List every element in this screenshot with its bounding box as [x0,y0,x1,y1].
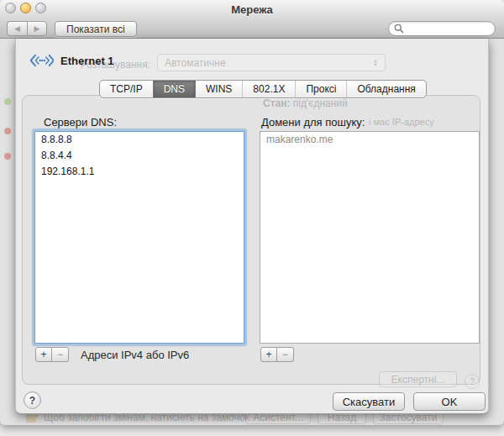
search-domains-list[interactable]: makarenko.me [260,131,480,344]
show-all-button[interactable]: Показати всі [55,21,137,37]
window-title: Мережа [0,3,504,16]
search-input[interactable] [407,24,490,34]
search-icon [394,24,404,34]
connection-header: Ethernet 1 [29,52,114,69]
window-chrome: Мережа ◀ ▶ Показати всі [0,0,504,39]
tab-wins[interactable]: WINS [195,81,242,97]
service-status-dot-green [4,98,11,105]
help-button[interactable]: ? [24,391,41,409]
advanced-settings-sheet: Розташування: Автоматичне ▲▼ Стан: під'є… [15,39,489,414]
dns-server-item[interactable]: 8.8.4.4 [35,148,244,164]
dns-server-item[interactable]: 8.8.8.8 [35,132,244,148]
tab-proxies[interactable]: Проксі [295,81,346,97]
tab-8021x[interactable]: 802.1X [242,81,295,97]
tab-dns[interactable]: DNS [153,81,195,97]
search-domains-stepper: + − [260,347,294,362]
add-search-domain-button[interactable]: + [260,347,277,362]
cancel-button[interactable]: Скасувати [333,392,405,411]
tab-hardware[interactable]: Обладнання [346,81,425,97]
service-status-dot-red [4,153,11,160]
ethernet-icon [29,52,54,69]
search-field[interactable] [388,21,496,36]
search-domains-label: Домени для пошуку: [261,116,365,129]
lock-icon [26,413,36,423]
address-format-hint: Адреси IPv4 або IPv6 [81,349,189,361]
service-status-dot-red [4,128,11,134]
tab-tcpip[interactable]: TCP/IP [100,81,153,97]
tab-bar: TCP/IP DNS WINS 802.1X Проксі Обладнання [99,80,427,98]
back-button[interactable]: ◀ [7,21,27,36]
connection-name: Ethernet 1 [60,55,114,67]
search-domain-item[interactable]: makarenko.me [260,132,479,148]
remove-dns-server-button[interactable]: − [52,347,69,362]
ok-button[interactable]: OK [413,392,486,411]
dns-servers-list[interactable]: 8.8.8.8 8.8.4.4 192.168.1.1 [34,131,244,344]
add-dns-server-button[interactable]: + [35,347,52,362]
dns-servers-label: Сервери DNS: [44,116,117,129]
forward-button[interactable]: ▶ [27,21,47,36]
nav-buttons: ◀ ▶ [7,21,47,36]
remove-search-domain-button[interactable]: − [277,347,294,362]
dns-server-item[interactable]: 192.168.1.1 [35,164,244,180]
network-preferences-window: Мережа ◀ ▶ Показати всі Щоб запобігти зм… [0,0,504,425]
dns-servers-stepper: + − [35,347,69,362]
